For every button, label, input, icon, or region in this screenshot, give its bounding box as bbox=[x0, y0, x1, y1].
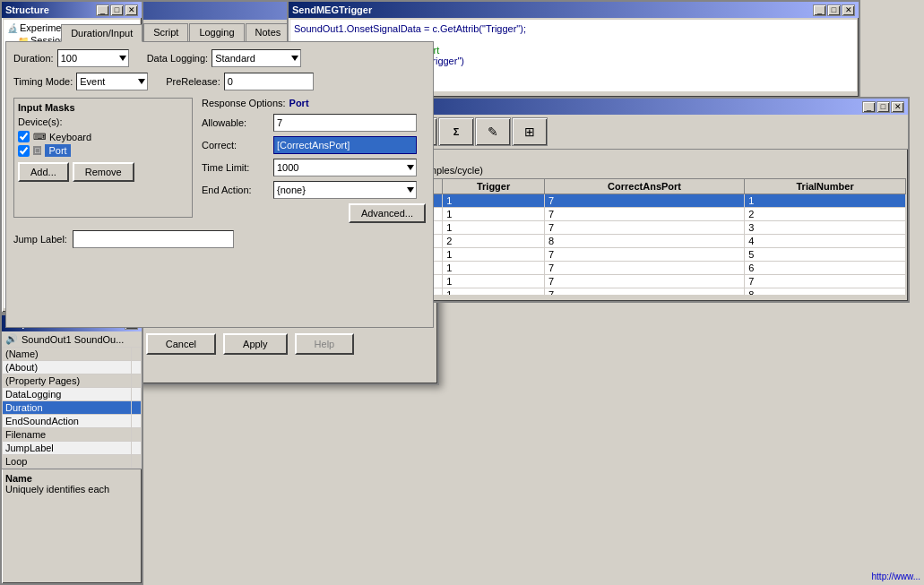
props-row-value bbox=[131, 361, 141, 374]
toolbar-summary-btn[interactable]: Σ bbox=[438, 117, 474, 146]
structure-close-btn[interactable]: ✕ bbox=[125, 4, 138, 16]
allowable-input[interactable] bbox=[273, 114, 417, 132]
props-row-name: (Property Pages) bbox=[3, 374, 132, 388]
list1-cell: 7 bbox=[544, 262, 744, 275]
allowable-row: Allowable: bbox=[202, 114, 426, 132]
dialog-tab-content: Duration: 100 Data Logging: Standard Tim… bbox=[5, 41, 434, 328]
list1-cell: 7 bbox=[544, 221, 744, 235]
props-row-value bbox=[131, 428, 141, 442]
list1-cell: 1 bbox=[443, 275, 545, 288]
list1-cell: 1 bbox=[443, 194, 545, 208]
list1-minimize-btn[interactable]: _ bbox=[862, 101, 876, 113]
port-device-icon: □ bbox=[33, 146, 41, 155]
apply-btn[interactable]: Apply bbox=[223, 333, 288, 355]
list1-cell: 2 bbox=[745, 208, 906, 221]
sendmeg-title-text: SendMEGTrigger bbox=[292, 4, 372, 15]
structure-title: Structure bbox=[5, 4, 49, 15]
properties-dialog: Properties: SoundOut1 ✕ General Duration… bbox=[0, 0, 439, 385]
data-logging-label: Data Logging: bbox=[147, 53, 209, 64]
help-btn[interactable]: Help bbox=[295, 333, 355, 355]
props-row[interactable]: Filename bbox=[3, 428, 142, 442]
props-row[interactable]: Duration bbox=[3, 401, 142, 415]
jump-label-input[interactable] bbox=[73, 230, 234, 248]
list1-close-btn[interactable]: ✕ bbox=[891, 101, 904, 113]
keyboard-row: ⌨ Keyboard bbox=[18, 131, 188, 142]
props-row-name: (About) bbox=[3, 361, 132, 374]
remove-btn[interactable]: Remove bbox=[73, 162, 134, 182]
props-row[interactable]: EndSoundAction bbox=[3, 415, 142, 428]
advanced-btn[interactable]: Advanced... bbox=[349, 203, 426, 223]
structure-maximize-btn[interactable]: □ bbox=[110, 4, 124, 16]
props-object-label: 🔊 SoundOut1 SoundOu... bbox=[2, 331, 142, 347]
props-name-section: Name Uniquely identifies each bbox=[2, 469, 142, 498]
time-limit-row: Time Limit: 1000 bbox=[202, 159, 426, 176]
sendmeg-close-btn[interactable]: ✕ bbox=[842, 4, 855, 16]
list1-cell: 7 bbox=[544, 288, 744, 296]
time-limit-select[interactable]: 1000 bbox=[273, 159, 417, 176]
port-label-selected: Port bbox=[45, 144, 70, 157]
response-options-header: Response Options: Port bbox=[202, 98, 426, 108]
input-masks-title: Input Masks bbox=[18, 102, 188, 113]
prerelease-input[interactable] bbox=[224, 73, 314, 90]
props-row-value bbox=[131, 401, 141, 415]
props-row-value bbox=[131, 348, 141, 361]
props-row-name: EndSoundAction bbox=[3, 415, 132, 428]
input-masks-container: Input Masks Device(s): ⌨ Keyboard □ Port… bbox=[13, 98, 426, 223]
list1-maximize-btn[interactable]: □ bbox=[877, 101, 890, 113]
sendmeg-controls: _ □ ✕ bbox=[813, 4, 855, 16]
correct-row: Correct: bbox=[202, 136, 426, 154]
list1-cell: 8 bbox=[745, 288, 906, 296]
cancel-btn[interactable]: Cancel bbox=[146, 333, 216, 355]
port-checkbox[interactable] bbox=[18, 145, 30, 157]
structure-minimize-btn[interactable]: _ bbox=[96, 4, 109, 16]
advanced-row: Advanced... bbox=[202, 203, 426, 223]
list1-cell: 7 bbox=[544, 208, 744, 221]
duration-select[interactable]: 100 bbox=[57, 49, 129, 67]
list1-cell: 3 bbox=[745, 221, 906, 235]
list1-cell: 4 bbox=[745, 235, 906, 248]
tab-script[interactable]: Script bbox=[143, 23, 188, 41]
props-row[interactable]: (Property Pages) bbox=[3, 374, 142, 388]
response-options-group: Response Options: Port Allowable: Correc… bbox=[202, 98, 426, 223]
keyboard-checkbox[interactable] bbox=[18, 131, 30, 142]
toolbar-grid-btn[interactable]: ⊞ bbox=[512, 117, 548, 146]
list1-cell: 8 bbox=[544, 235, 744, 248]
port-option-label: Port bbox=[289, 98, 309, 108]
list1-cell: 1 bbox=[443, 262, 545, 275]
timing-mode-select[interactable]: Event bbox=[76, 73, 148, 90]
devices-label: Device(s): bbox=[18, 116, 188, 127]
list1-cell: 5 bbox=[745, 248, 906, 262]
tab-logging[interactable]: Logging bbox=[189, 23, 244, 41]
end-action-select[interactable]: {none} bbox=[273, 181, 417, 199]
url-hint: http://www... bbox=[872, 572, 920, 581]
props-row-name: (Name) bbox=[3, 348, 132, 361]
correct-input[interactable] bbox=[273, 136, 417, 154]
tab-notes[interactable]: Notes bbox=[246, 23, 291, 41]
toolbar-pencil-btn[interactable]: ✎ bbox=[475, 117, 511, 146]
add-btn[interactable]: Add... bbox=[18, 162, 69, 182]
list1-cell: 1 bbox=[443, 288, 545, 296]
props-row[interactable]: DataLogging bbox=[3, 388, 142, 401]
keyboard-icon: ⌨ bbox=[33, 132, 46, 142]
props-name-title: Name bbox=[5, 473, 138, 484]
list1-cell: 7 bbox=[544, 194, 744, 208]
timing-row: Timing Mode: Event PreRelease: bbox=[13, 73, 426, 90]
props-row[interactable]: (About) bbox=[3, 361, 142, 374]
tab-duration-input[interactable]: Duration/Input bbox=[61, 24, 142, 42]
data-logging-select[interactable]: Standard bbox=[212, 49, 301, 67]
props-row[interactable]: Loop bbox=[3, 455, 142, 469]
list1-cell: 1 bbox=[745, 194, 906, 208]
props-name-desc: Uniquely identifies each bbox=[5, 484, 138, 495]
duration-group: Duration: 100 bbox=[13, 49, 129, 67]
data-logging-group: Data Logging: Standard bbox=[147, 49, 302, 67]
props-row[interactable]: (Name) bbox=[3, 348, 142, 361]
sendmeg-minimize-btn[interactable]: _ bbox=[813, 4, 826, 16]
props-row-value bbox=[131, 455, 141, 469]
end-action-label: End Action: bbox=[202, 185, 273, 195]
prerelease-label: PreRelease: bbox=[166, 76, 220, 87]
props-row[interactable]: JumpLabel bbox=[3, 442, 142, 455]
input-masks-box: Input Masks Device(s): ⌨ Keyboard □ Port… bbox=[13, 98, 193, 218]
sendmeg-maximize-btn[interactable]: □ bbox=[827, 4, 841, 16]
props-row-value bbox=[131, 388, 141, 401]
jump-label-text: Jump Label: bbox=[13, 234, 67, 245]
